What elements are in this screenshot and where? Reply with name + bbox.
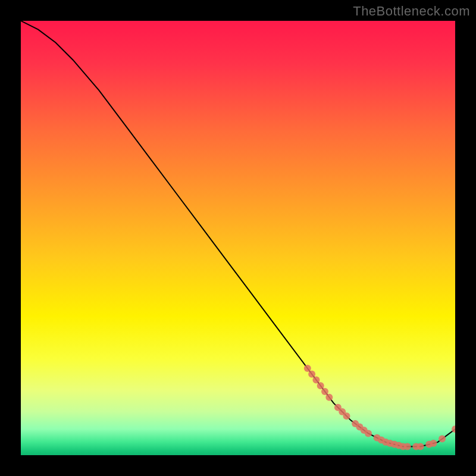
curve-marker	[343, 412, 350, 419]
watermark-text: TheBottleneck.com	[353, 4, 470, 19]
bottleneck-curve	[21, 21, 455, 455]
curve-marker	[325, 394, 333, 401]
curve-marker	[304, 365, 311, 372]
curve-marker	[417, 443, 424, 450]
chart-container: TheBottleneck.com	[0, 0, 476, 476]
curve-marker	[430, 440, 437, 447]
curve-marker	[439, 436, 446, 443]
curve-marker	[317, 382, 324, 389]
curve-marker	[312, 377, 320, 384]
curve-marker	[404, 443, 411, 450]
curve-path	[21, 21, 455, 446]
plot-area	[21, 21, 455, 455]
curve-marker	[308, 371, 315, 378]
curve-marker	[365, 430, 372, 437]
curve-marker	[321, 388, 328, 395]
